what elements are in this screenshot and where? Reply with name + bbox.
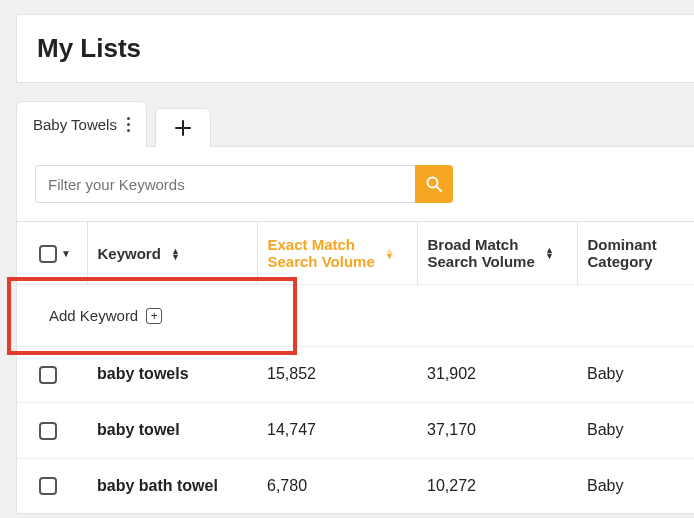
column-broad-match[interactable]: Broad Match Search Volume ▲▼ bbox=[417, 222, 577, 285]
page-header: My Lists bbox=[16, 14, 694, 83]
exact-cell: 14,747 bbox=[257, 402, 417, 458]
sort-icon: ▲▼ bbox=[385, 247, 394, 259]
keyword-cell: baby towel bbox=[87, 402, 257, 458]
tab-active[interactable]: Baby Towels bbox=[16, 101, 147, 147]
broad-cell: 31,902 bbox=[417, 347, 577, 403]
search-input[interactable] bbox=[35, 165, 415, 203]
search-icon bbox=[425, 175, 443, 193]
search-button[interactable] bbox=[415, 165, 453, 203]
row-checkbox[interactable] bbox=[39, 477, 57, 495]
broad-cell: 37,170 bbox=[417, 402, 577, 458]
table-row: baby towel 14,747 37,170 Baby bbox=[17, 402, 694, 458]
plus-icon bbox=[174, 119, 192, 137]
table-row: baby bath towel 6,780 10,272 Baby bbox=[17, 458, 694, 513]
checkbox-icon[interactable] bbox=[39, 245, 57, 263]
keyword-cell: baby towels bbox=[87, 347, 257, 403]
keyword-cell: baby bath towel bbox=[87, 458, 257, 513]
select-all-header[interactable]: ▼ bbox=[17, 222, 87, 285]
add-keyword-label: Add Keyword bbox=[49, 307, 138, 324]
content-panel: ▼ Keyword ▲▼ Exact Match Search Volume ▲… bbox=[16, 146, 694, 514]
table-row: baby towels 15,852 31,902 Baby bbox=[17, 347, 694, 403]
broad-cell: 10,272 bbox=[417, 458, 577, 513]
category-cell: Baby bbox=[577, 347, 694, 403]
kebab-icon[interactable] bbox=[127, 117, 130, 132]
sort-icon: ▲▼ bbox=[545, 247, 554, 259]
exact-cell: 15,852 bbox=[257, 347, 417, 403]
exact-cell: 6,780 bbox=[257, 458, 417, 513]
tab-label: Baby Towels bbox=[33, 116, 117, 133]
plus-box-icon: + bbox=[146, 308, 162, 324]
column-exact-match[interactable]: Exact Match Search Volume ▲▼ bbox=[257, 222, 417, 285]
keyword-table: ▼ Keyword ▲▼ Exact Match Search Volume ▲… bbox=[17, 221, 694, 513]
row-checkbox[interactable] bbox=[39, 422, 57, 440]
sort-icon: ▲▼ bbox=[171, 248, 180, 260]
column-keyword[interactable]: Keyword ▲▼ bbox=[87, 222, 257, 285]
category-cell: Baby bbox=[577, 402, 694, 458]
tabs-bar: Baby Towels bbox=[16, 101, 694, 147]
row-checkbox[interactable] bbox=[39, 366, 57, 384]
chevron-down-icon[interactable]: ▼ bbox=[61, 248, 71, 259]
column-dominant-category[interactable]: Dominant Category bbox=[577, 222, 694, 285]
page-title: My Lists bbox=[17, 15, 694, 82]
search-row bbox=[17, 165, 694, 221]
add-keyword-row[interactable]: Add Keyword + bbox=[17, 285, 694, 347]
add-tab-button[interactable] bbox=[155, 108, 211, 147]
category-cell: Baby bbox=[577, 458, 694, 513]
